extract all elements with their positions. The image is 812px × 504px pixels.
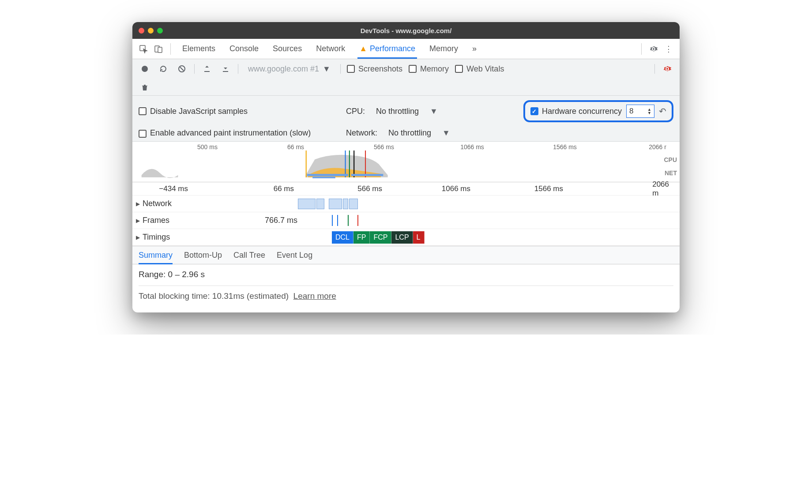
tab-label: Summary [139, 251, 173, 260]
checkbox-label: Screenshots [358, 64, 402, 74]
tab-label: Call Tree [233, 251, 265, 260]
checkbox-label: Web Vitals [466, 64, 504, 74]
summary-panel: Range: 0 – 2.96 s Total blocking time: 1… [132, 264, 680, 312]
tab-event-log[interactable]: Event Log [277, 246, 312, 264]
memory-checkbox[interactable]: Memory [409, 64, 449, 74]
network-blocks [298, 199, 358, 209]
timing-pill-lcp[interactable]: LCP [391, 231, 413, 244]
tab-memory[interactable]: Memory [423, 39, 464, 59]
tab-sources[interactable]: Sources [267, 39, 308, 59]
tab-network[interactable]: Network [310, 39, 351, 59]
delete-button[interactable] [139, 81, 151, 94]
checkbox-label: Enable advanced paint instrumentation (s… [150, 128, 311, 138]
close-window-button[interactable] [139, 28, 144, 34]
checkbox-icon [139, 107, 147, 115]
time-ruler[interactable]: −434 ms 66 ms 566 ms 1066 ms 1566 ms 206… [132, 182, 680, 196]
web-vitals-checkbox[interactable]: Web Vitals [455, 64, 504, 74]
expand-icon[interactable]: ▶ [136, 234, 140, 241]
checkbox-label: Disable JavaScript samples [150, 107, 248, 116]
track-frames[interactable]: ▶Frames 766.7 ms [132, 212, 680, 229]
learn-more-link[interactable]: Learn more [293, 291, 336, 301]
tab-label: Sources [273, 44, 302, 53]
cpu-throttling-select[interactable]: CPU: No throttling ▼ [346, 107, 438, 116]
zoom-window-button[interactable] [157, 28, 163, 34]
track-label-text: Network [143, 199, 172, 208]
checkbox-icon [347, 65, 355, 73]
timing-pill-l[interactable]: L [413, 231, 425, 244]
overview-tick: 1566 ms [553, 143, 577, 150]
disable-js-samples-checkbox[interactable]: Disable JavaScript samples [139, 107, 248, 116]
settings-gear-icon[interactable] [647, 42, 660, 56]
advanced-paint-checkbox[interactable]: Enable advanced paint instrumentation (s… [139, 128, 311, 138]
tbt-prefix: Total blocking time: [139, 291, 212, 301]
input-value: 8 [629, 107, 633, 116]
window-title: DevTools - www.google.com/ [132, 27, 680, 34]
overview-tick: 66 ms [287, 143, 304, 150]
tab-console[interactable]: Console [223, 39, 265, 59]
hardware-concurrency-checkbox[interactable]: Hardware concurrency [530, 107, 622, 116]
expand-icon[interactable]: ▶ [136, 218, 140, 224]
overview-net-band [132, 173, 680, 176]
track-network[interactable]: ▶Network [132, 196, 680, 212]
svg-rect-11 [351, 174, 383, 176]
overview-tick: 1066 ms [460, 143, 484, 150]
timeline-overview[interactable]: 500 ms 66 ms 566 ms 1066 ms 1566 ms 2066… [132, 142, 680, 182]
time-tick: 2066 m [652, 180, 671, 198]
devtools-window: DevTools - www.google.com/ Elements Cons… [132, 22, 680, 312]
load-profile-button[interactable] [201, 63, 213, 75]
overview-tick: 500 ms [197, 143, 218, 150]
tab-summary[interactable]: Summary [139, 246, 173, 264]
overview-tick: 566 ms [374, 143, 394, 150]
time-tick: 1066 ms [442, 184, 472, 193]
overflow-label: » [472, 44, 477, 53]
inspect-icon[interactable] [137, 42, 150, 56]
timing-pill-fcp[interactable]: FCP [370, 231, 391, 244]
tab-performance[interactable]: ▲ Performance [353, 39, 421, 59]
undo-button[interactable]: ↶ [659, 106, 666, 117]
tracks-panel: −434 ms 66 ms 566 ms 1066 ms 1566 ms 206… [132, 182, 680, 246]
track-label-text: Timings [143, 233, 170, 242]
tab-overflow[interactable]: » [466, 39, 483, 59]
tab-elements[interactable]: Elements [176, 39, 222, 59]
tab-label: Elements [182, 44, 215, 53]
tab-call-tree[interactable]: Call Tree [233, 246, 265, 264]
checkbox-icon [455, 65, 463, 73]
checkbox-label: Hardware concurrency [542, 107, 622, 116]
overview-tick: 2066 r [649, 143, 666, 150]
network-throttling-select[interactable]: Network: No throttling ▼ [346, 128, 450, 138]
track-timings[interactable]: ▶Timings DCL FP FCP LCP L [132, 229, 680, 246]
chevron-down-icon: ▼ [442, 128, 450, 138]
more-menu-icon[interactable]: ⋮ [662, 42, 675, 56]
save-profile-button[interactable] [219, 63, 232, 75]
stepper-icon[interactable]: ▲▼ [647, 108, 651, 115]
device-toolbar-icon[interactable] [152, 42, 165, 56]
tab-bottom-up[interactable]: Bottom-Up [184, 246, 222, 264]
capture-settings-gear-icon[interactable] [661, 63, 673, 75]
recording-select[interactable]: www.google.com #1 ▼ [244, 64, 334, 74]
expand-icon[interactable]: ▶ [136, 201, 140, 207]
tbt-row: Total blocking time: 10.31ms (estimated)… [139, 286, 673, 301]
checkbox-icon [139, 130, 147, 138]
tab-label: Bottom-Up [184, 251, 222, 260]
select-value: No throttling [376, 107, 419, 116]
hardware-concurrency-highlight: Hardware concurrency 8 ▲▼ ↶ [523, 100, 673, 122]
reload-button[interactable] [157, 63, 169, 75]
timing-pill-dcl[interactable]: DCL [332, 231, 353, 244]
timing-pill-fp[interactable]: FP [353, 231, 370, 244]
track-label-text: Frames [143, 216, 169, 225]
hardware-concurrency-input[interactable]: 8 ▲▼ [626, 105, 654, 118]
time-tick: −434 ms [159, 184, 190, 193]
checkbox-label: Memory [420, 64, 449, 74]
time-tick: 1566 ms [534, 184, 565, 193]
checkbox-icon [409, 65, 417, 73]
clear-button[interactable] [176, 63, 188, 75]
svg-rect-10 [307, 174, 348, 176]
screenshots-checkbox[interactable]: Screenshots [347, 64, 402, 74]
time-tick: 66 ms [274, 184, 296, 193]
minimize-window-button[interactable] [148, 28, 154, 34]
details-tabbar: Summary Bottom-Up Call Tree Event Log [132, 246, 680, 264]
frames-value: 766.7 ms [265, 216, 297, 225]
capture-settings-panel: Disable JavaScript samples CPU: No throt… [132, 96, 680, 142]
recording-select-label: www.google.com #1 [248, 64, 319, 74]
record-button[interactable] [139, 63, 151, 75]
